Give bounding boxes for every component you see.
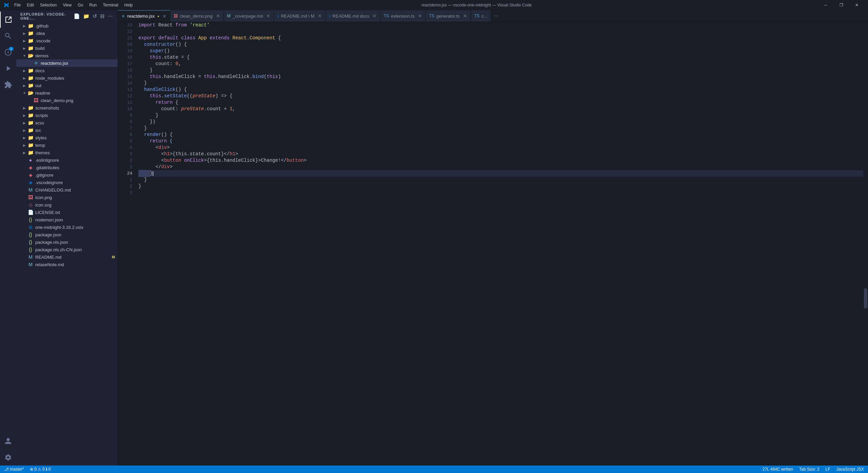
plain-text: count: — [138, 61, 175, 67]
tab-label: clean_demo.png — [180, 14, 212, 19]
search-activity-icon[interactable] — [0, 28, 16, 44]
menu-terminal[interactable]: Terminal — [100, 2, 121, 8]
tab-generator[interactable]: TS generator.ts ✕ — [426, 10, 471, 22]
menu-go[interactable]: Go — [75, 2, 86, 8]
maximize-button[interactable]: ❐ — [833, 0, 849, 10]
tree-item-readme-md[interactable]: M README.md M — [16, 253, 118, 261]
tab-reactdemo[interactable]: ⚛ reactdemo.jsx ● ✕ — [118, 10, 170, 22]
tree-item-github[interactable]: ▶ 📁 .github — [16, 22, 118, 29]
branch-status[interactable]: ⎇ master* — [3, 466, 25, 473]
tabs-overflow-button[interactable]: ··· — [491, 13, 501, 19]
vscode-file-icon: ◈ — [27, 179, 34, 186]
sidebar-header-actions[interactable]: 📄 📁 ↺ ⊟ ··· — [73, 13, 114, 20]
tab-more[interactable]: TS c... — [471, 10, 491, 22]
extensions-activity-icon[interactable] — [0, 77, 16, 93]
tab-clean-demo[interactable]: 🖼 clean_demo.png ✕ — [170, 10, 224, 22]
plain-text: .handleClick. — [215, 74, 252, 80]
tree-item-temp[interactable]: ▶ 📁 temp — [16, 141, 118, 149]
encoding-status[interactable]: LF — [824, 466, 832, 473]
tab-close-button[interactable]: ✕ — [216, 13, 220, 19]
tab-close-button[interactable]: ✕ — [418, 13, 422, 19]
tree-item-docs[interactable]: ▶ 📁 docs — [16, 67, 118, 74]
tree-item-demos[interactable]: ▼ 📂 demos — [16, 52, 118, 59]
tree-item-gitignore[interactable]: ◈ .gitignore — [16, 171, 118, 179]
tree-item-package-nls[interactable]: {} package.nls.json — [16, 238, 118, 246]
tree-item-license[interactable]: 📄 LICENSE.txt — [16, 209, 118, 216]
tree-item-label: styles — [35, 135, 118, 140]
tab-readme-docs[interactable]: ℹ README.md docs ✕ — [326, 10, 380, 22]
plain-text: .count + — [204, 106, 230, 112]
tree-item-themes[interactable]: ▶ 📁 themes — [16, 149, 118, 156]
menu-bar[interactable]: File Edit Selection View Go Run Terminal… — [12, 2, 135, 8]
tab-readme-m[interactable]: ℹ README.md \ M ✕ — [274, 10, 326, 22]
json-file-icon: {} — [27, 239, 34, 245]
tab-close-button[interactable]: ✕ — [318, 13, 322, 19]
tab-close-button[interactable]: ✕ — [162, 14, 167, 19]
tab-extension[interactable]: TS extension.ts ✕ — [380, 10, 426, 22]
close-button[interactable]: ✕ — [849, 0, 865, 10]
tab-close-button[interactable]: ✕ — [463, 13, 467, 19]
more-actions-icon[interactable]: ··· — [107, 13, 114, 20]
language-status[interactable]: JavaScript JSX — [835, 466, 865, 473]
tree-item-vscode[interactable]: ▶ 📁 .vscode — [16, 37, 118, 44]
svg-file-icon: ◇ — [27, 201, 34, 208]
menu-file[interactable]: File — [12, 2, 23, 8]
tree-item-vscodeignore[interactable]: ◈ .vscodeignore — [16, 179, 118, 186]
run-activity-icon[interactable] — [0, 60, 16, 77]
tab-coverpage[interactable]: M _coverpage.md ✕ — [224, 10, 274, 22]
tab-close-button[interactable]: ✕ — [266, 13, 270, 19]
tree-item-out[interactable]: ▶ 📁 out — [16, 82, 118, 89]
menu-view[interactable]: View — [60, 2, 74, 8]
tree-item-changelog[interactable]: M CHANGELOG.md — [16, 186, 118, 194]
code-line: this.state = { — [138, 54, 863, 61]
tree-item-node-modules[interactable]: ▶ 📁 node_modules — [16, 74, 118, 82]
tree-item-screenshots[interactable]: ▶ 📁 screenshots — [16, 104, 118, 112]
tree-item-nodemon[interactable]: {} nodemon.json — [16, 216, 118, 223]
tab-close-button[interactable]: ✕ — [372, 13, 377, 19]
plain-text: < — [138, 144, 158, 151]
minimize-button[interactable]: ─ — [818, 0, 833, 10]
tree-item-clean-demo[interactable]: 🖼 clean_demo.png — [16, 97, 118, 104]
code-content[interactable]: import React from 'react' export default… — [135, 22, 863, 466]
plain-text — [138, 74, 150, 80]
tree-item-vsix[interactable]: ⊞ one-midnight-3.16.2.vsix — [16, 223, 118, 231]
errors-status[interactable]: ⊗ 0 ⚠ 0 ℹ 0 — [28, 466, 52, 473]
collapse-all-icon[interactable]: ⊟ — [99, 13, 105, 20]
plain-text: < — [138, 151, 164, 157]
tree-item-gitattributes[interactable]: ◈ .gitattributes — [16, 164, 118, 171]
menu-run[interactable]: Run — [86, 2, 99, 8]
explorer-activity-icon[interactable] — [0, 12, 16, 28]
tree-item-reactdemo[interactable]: ⚛ reactdemo.jsx — [16, 59, 118, 67]
tree-item-build[interactable]: ▶ 📁 build — [16, 44, 118, 52]
scrollbar-thumb[interactable] — [864, 288, 867, 309]
tree-item-icon-png[interactable]: 🖼 icon.png — [16, 194, 118, 201]
menu-help[interactable]: Help — [122, 2, 136, 8]
line-num: 5 — [118, 138, 132, 144]
tree-item-scripts[interactable]: ▶ 📁 scripts — [16, 112, 118, 119]
new-folder-icon[interactable]: 📁 — [82, 13, 91, 20]
source-control-activity-icon[interactable]: 1 — [0, 44, 16, 60]
tree-item-scss[interactable]: ▶ 📁 scss — [16, 119, 118, 126]
tree-item-package-nls-zh[interactable]: {} package.nls.zh-CN.json — [16, 246, 118, 253]
tree-item-package-json[interactable]: {} package.json — [16, 231, 118, 238]
refresh-icon[interactable]: ↺ — [92, 13, 98, 20]
vertical-scrollbar[interactable] — [863, 22, 868, 466]
tree-item-eslintignore[interactable]: ● .eslintignore — [16, 156, 118, 164]
tree-item-styles[interactable]: ▶ 📁 styles — [16, 134, 118, 141]
tree-item-src[interactable]: ▶ 📁 src — [16, 126, 118, 134]
cursor-position-status[interactable]: 27L 484C written — [761, 466, 794, 473]
tree-item-icon-svg[interactable]: ◇ icon.svg — [16, 201, 118, 209]
settings-activity-icon[interactable] — [0, 449, 16, 466]
menu-edit[interactable]: Edit — [24, 2, 37, 8]
new-file-icon[interactable]: 📄 — [73, 13, 81, 20]
tree-item-readme-folder[interactable]: ▼ 📂 readme — [16, 89, 118, 97]
tree-item-label: demos — [35, 53, 118, 58]
window-controls[interactable]: ─ ❐ ✕ — [818, 0, 865, 10]
account-activity-icon[interactable] — [0, 433, 16, 449]
folder-closed-icon: 📁 — [27, 134, 34, 141]
jsx-tag: h1 — [164, 151, 170, 157]
tab-size-status[interactable]: Tab Size: 2 — [798, 466, 821, 473]
tree-item-idea[interactable]: ▶ 📁 .idea — [16, 29, 118, 37]
menu-selection[interactable]: Selection — [37, 2, 59, 8]
tree-item-release-note[interactable]: M relaseNote.md — [16, 261, 118, 268]
